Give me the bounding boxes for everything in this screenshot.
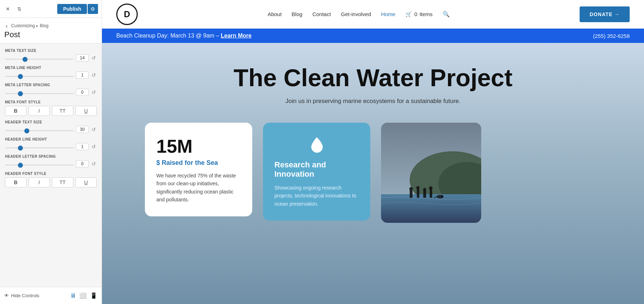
- header-text-size-reset[interactable]: ↺: [91, 127, 97, 132]
- svg-rect-6: [417, 189, 419, 198]
- meta-letter-spacing-input[interactable]: [76, 89, 89, 96]
- meta-text-size-input[interactable]: [76, 54, 89, 62]
- meta-text-size-group: META TEXT SIZE ↺: [5, 49, 97, 62]
- meta-letter-spacing-slider[interactable]: [5, 93, 74, 94]
- meta-text-size-slider-container: [5, 55, 74, 61]
- cart-icon: 🛒: [405, 11, 412, 18]
- device-buttons: 🖥 ⬜ 📱: [70, 292, 97, 299]
- page-title: Post: [4, 30, 97, 39]
- meta-line-height-row: ↺: [5, 72, 97, 79]
- hero-section: The Clean Water Project Join us in prese…: [102, 43, 644, 304]
- header-letter-spacing-label: HEADER LETTER SPACING: [5, 155, 97, 158]
- header-letter-spacing-slider[interactable]: [5, 165, 74, 166]
- header-font-style-row: B I TT U: [5, 177, 97, 187]
- close-button[interactable]: ✕: [4, 5, 12, 13]
- svg-point-9: [423, 188, 426, 191]
- research-card: Research and Innovation Showcasing ongoi…: [263, 123, 370, 221]
- sort-button[interactable]: ⇅: [15, 5, 24, 13]
- meta-text-size-row: ↺: [5, 54, 97, 62]
- sidebar-controls: META TEXT SIZE ↺ META LINE HEIGHT ↺: [0, 44, 102, 287]
- stat-label: $ Raised for the Sea: [156, 159, 241, 167]
- logo-circle: D: [116, 4, 138, 25]
- announcement-link[interactable]: Learn More: [221, 33, 252, 39]
- meta-text-size-slider[interactable]: [5, 59, 74, 60]
- stat-number: 15M: [156, 136, 241, 157]
- sidebar: ✕ ⇅ Publish ⚙ ‹ Customizing ▸ Blog Post …: [0, 0, 102, 304]
- svg-rect-13: [441, 195, 443, 198]
- announcement-text: Beach Cleanup Day: March 13 @ 9am – Lear…: [116, 33, 252, 39]
- eye-icon: 👁: [4, 293, 9, 298]
- cart-area[interactable]: 🛒 0 Items: [405, 11, 433, 18]
- meta-text-size-label: META TEXT SIZE: [5, 49, 97, 53]
- svg-point-5: [409, 187, 413, 191]
- meta-line-height-slider[interactable]: [5, 76, 74, 77]
- header-uppercase-button[interactable]: TT: [52, 177, 73, 187]
- water-drop-icon: [274, 136, 359, 157]
- nav-contact[interactable]: Contact: [312, 11, 331, 17]
- svg-point-11: [429, 186, 433, 190]
- svg-rect-8: [423, 191, 426, 198]
- svg-point-7: [416, 186, 420, 189]
- meta-font-style-row: B I TT U: [5, 106, 97, 116]
- phone-number: (255) 352-6258: [593, 33, 630, 39]
- meta-line-height-input[interactable]: [76, 72, 89, 79]
- publish-group: Publish ⚙: [57, 4, 98, 14]
- meta-text-size-reset[interactable]: ↺: [91, 55, 97, 61]
- research-card-title: Research and Innovation: [274, 160, 359, 179]
- nav-get-involved[interactable]: Get-involved: [341, 11, 371, 17]
- mobile-device-button[interactable]: 📱: [90, 292, 97, 299]
- header-line-height-input[interactable]: [76, 143, 89, 150]
- header-bold-button[interactable]: B: [5, 177, 26, 187]
- desktop-device-button[interactable]: 🖥: [70, 292, 76, 299]
- stat-desc: We have recycled 75% of the waste from o…: [156, 172, 241, 204]
- hide-controls-button[interactable]: 👁 Hide Controls: [4, 293, 39, 298]
- header-text-size-input[interactable]: [76, 126, 89, 133]
- header-underline-button[interactable]: U: [75, 177, 97, 187]
- stat-card: 15M $ Raised for the Sea We have recycle…: [145, 123, 252, 217]
- sidebar-header-left: ✕ ⇅: [4, 5, 24, 13]
- nav-blog[interactable]: Blog: [292, 11, 302, 17]
- meta-italic-button[interactable]: I: [29, 106, 50, 116]
- header-line-height-row: ↺: [5, 143, 97, 150]
- header-text-size-slider[interactable]: [5, 130, 74, 131]
- nav-home[interactable]: Home: [381, 11, 395, 17]
- meta-line-height-reset[interactable]: ↺: [91, 72, 97, 78]
- meta-letter-spacing-row: ↺: [5, 89, 97, 96]
- search-icon[interactable]: 🔍: [443, 11, 450, 18]
- meta-letter-spacing-label: META LETTER SPACING: [5, 83, 97, 87]
- header-line-height-slider-container: [5, 143, 74, 150]
- hero-subtitle: Join us in preserving marine ecosystems …: [286, 98, 460, 105]
- meta-letter-spacing-reset[interactable]: ↺: [91, 89, 97, 95]
- meta-letter-spacing-group: META LETTER SPACING ↺: [5, 83, 97, 96]
- meta-font-style-label: META FONT STYLE: [5, 100, 97, 104]
- header-line-height-slider[interactable]: [5, 147, 74, 148]
- meta-uppercase-button[interactable]: TT: [52, 106, 73, 116]
- header-text-size-group: HEADER TEXT SIZE ↺: [5, 120, 97, 133]
- header-letter-spacing-reset[interactable]: ↺: [91, 161, 97, 167]
- nav-about[interactable]: About: [268, 11, 282, 17]
- svg-rect-4: [410, 190, 413, 198]
- header-letter-spacing-row: ↺: [5, 160, 97, 167]
- header-text-size-row: ↺: [5, 126, 97, 133]
- cart-items-label: Items: [419, 11, 433, 17]
- header-letter-spacing-input[interactable]: [76, 160, 89, 167]
- site-header: D About Blog Contact Get-involved Home 🛒…: [102, 0, 644, 29]
- header-line-height-reset[interactable]: ↺: [91, 144, 97, 149]
- back-button[interactable]: ‹: [4, 22, 9, 30]
- cart-count: 0: [414, 11, 417, 17]
- publish-button[interactable]: Publish: [57, 4, 87, 14]
- header-font-style-group: HEADER FONT STYLE B I TT U: [5, 172, 97, 187]
- header-text-size-slider-container: [5, 126, 74, 133]
- sidebar-nav: ‹ Customizing ▸ Blog Post: [0, 18, 102, 44]
- header-line-height-label: HEADER LINE HEIGHT: [5, 137, 97, 141]
- header-line-height-group: HEADER LINE HEIGHT ↺: [5, 137, 97, 150]
- announcement-bar: Beach Cleanup Day: March 13 @ 9am – Lear…: [102, 29, 644, 43]
- meta-underline-button[interactable]: U: [75, 106, 97, 116]
- meta-letter-spacing-slider-container: [5, 89, 74, 95]
- tablet-device-button[interactable]: ⬜: [79, 292, 87, 299]
- meta-bold-button[interactable]: B: [5, 106, 26, 116]
- header-italic-button[interactable]: I: [29, 177, 50, 187]
- header-text-size-label: HEADER TEXT SIZE: [5, 120, 97, 124]
- donate-button[interactable]: DONATE →: [580, 6, 630, 22]
- settings-button[interactable]: ⚙: [88, 4, 98, 14]
